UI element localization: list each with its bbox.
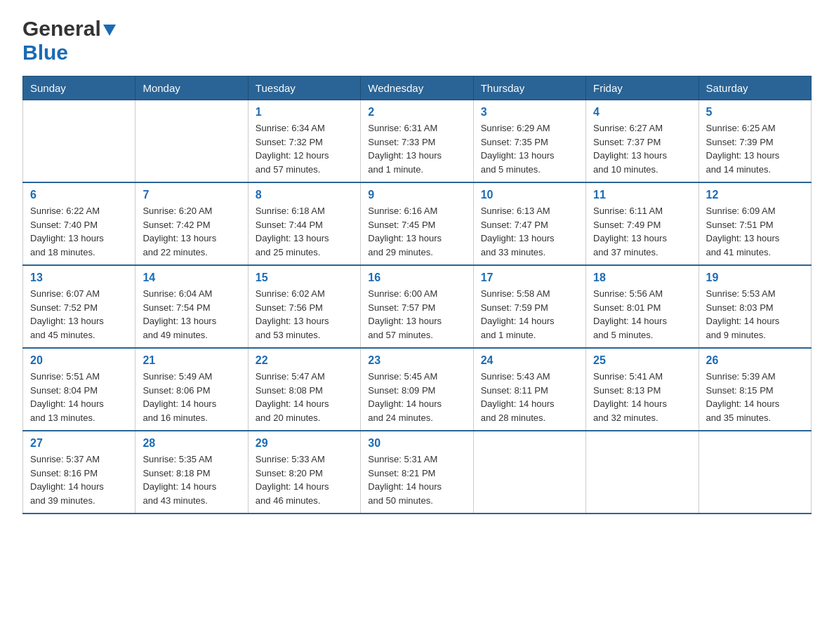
day-info: Sunrise: 5:56 AM Sunset: 8:01 PM Dayligh… [593, 287, 691, 342]
header-monday: Monday [135, 76, 248, 100]
day-number: 9 [368, 189, 465, 201]
day-number: 4 [593, 106, 691, 119]
calendar-table: SundayMondayTuesdayWednesdayThursdayFrid… [22, 76, 812, 514]
day-info: Sunrise: 6:00 AM Sunset: 7:57 PM Dayligh… [368, 287, 465, 342]
day-number: 22 [256, 354, 353, 367]
day-info: Sunrise: 6:34 AM Sunset: 7:32 PM Dayligh… [256, 121, 353, 176]
day-info: Sunrise: 5:47 AM Sunset: 8:08 PM Dayligh… [256, 370, 353, 424]
day-info: Sunrise: 5:53 AM Sunset: 8:03 PM Dayligh… [706, 287, 804, 342]
day-info: Sunrise: 6:29 AM Sunset: 7:35 PM Dayligh… [481, 121, 578, 176]
week-row-5: 27Sunrise: 5:37 AM Sunset: 8:16 PM Dayli… [23, 431, 812, 514]
calendar-cell [135, 100, 248, 183]
calendar-cell: 8Sunrise: 6:18 AM Sunset: 7:44 PM Daylig… [248, 182, 360, 265]
calendar-cell: 11Sunrise: 6:11 AM Sunset: 7:49 PM Dayli… [586, 182, 699, 265]
calendar-cell: 5Sunrise: 6:25 AM Sunset: 7:39 PM Daylig… [699, 100, 811, 183]
calendar-header-row: SundayMondayTuesdayWednesdayThursdayFrid… [23, 76, 812, 100]
header-sunday: Sunday [23, 76, 135, 100]
calendar-cell: 18Sunrise: 5:56 AM Sunset: 8:01 PM Dayli… [586, 265, 699, 348]
calendar-cell [473, 431, 585, 514]
calendar-cell: 2Sunrise: 6:31 AM Sunset: 7:33 PM Daylig… [361, 100, 473, 183]
day-number: 28 [143, 437, 240, 450]
day-info: Sunrise: 6:02 AM Sunset: 7:56 PM Dayligh… [256, 287, 353, 342]
day-number: 29 [256, 437, 353, 450]
week-row-1: 1Sunrise: 6:34 AM Sunset: 7:32 PM Daylig… [23, 100, 812, 183]
day-info: Sunrise: 6:27 AM Sunset: 7:37 PM Dayligh… [593, 121, 691, 176]
day-number: 25 [593, 354, 691, 367]
day-number: 1 [256, 106, 353, 119]
calendar-cell: 3Sunrise: 6:29 AM Sunset: 7:35 PM Daylig… [473, 100, 585, 183]
header-friday: Friday [586, 76, 699, 100]
calendar-cell: 25Sunrise: 5:41 AM Sunset: 8:13 PM Dayli… [586, 348, 699, 431]
calendar-cell: 10Sunrise: 6:13 AM Sunset: 7:47 PM Dayli… [473, 182, 585, 265]
day-info: Sunrise: 6:07 AM Sunset: 7:52 PM Dayligh… [30, 287, 128, 342]
day-info: Sunrise: 6:25 AM Sunset: 7:39 PM Dayligh… [706, 121, 804, 176]
calendar-cell: 9Sunrise: 6:16 AM Sunset: 7:45 PM Daylig… [361, 182, 473, 265]
logo: General Blue [22, 17, 116, 65]
day-number: 23 [368, 354, 465, 367]
day-info: Sunrise: 5:33 AM Sunset: 8:20 PM Dayligh… [256, 452, 353, 507]
header-saturday: Saturday [699, 76, 811, 100]
header-thursday: Thursday [473, 76, 585, 100]
calendar-cell: 27Sunrise: 5:37 AM Sunset: 8:16 PM Dayli… [23, 431, 135, 514]
day-number: 21 [143, 354, 240, 367]
calendar-cell: 21Sunrise: 5:49 AM Sunset: 8:06 PM Dayli… [135, 348, 248, 431]
day-number: 19 [706, 271, 804, 284]
calendar-cell [586, 431, 699, 514]
calendar-cell: 23Sunrise: 5:45 AM Sunset: 8:09 PM Dayli… [361, 348, 473, 431]
day-info: Sunrise: 5:31 AM Sunset: 8:21 PM Dayligh… [368, 452, 465, 507]
day-number: 30 [368, 437, 465, 450]
calendar-cell: 7Sunrise: 6:20 AM Sunset: 7:42 PM Daylig… [135, 182, 248, 265]
day-number: 26 [706, 354, 804, 367]
day-number: 27 [30, 437, 128, 450]
calendar-cell: 15Sunrise: 6:02 AM Sunset: 7:56 PM Dayli… [248, 265, 360, 348]
day-info: Sunrise: 5:51 AM Sunset: 8:04 PM Dayligh… [30, 370, 128, 424]
calendar-cell: 20Sunrise: 5:51 AM Sunset: 8:04 PM Dayli… [23, 348, 135, 431]
day-info: Sunrise: 5:49 AM Sunset: 8:06 PM Dayligh… [143, 370, 240, 424]
day-info: Sunrise: 5:39 AM Sunset: 8:15 PM Dayligh… [706, 370, 804, 424]
day-number: 16 [368, 271, 465, 284]
day-info: Sunrise: 6:16 AM Sunset: 7:45 PM Dayligh… [368, 204, 465, 259]
calendar-cell [699, 431, 811, 514]
calendar-cell: 30Sunrise: 5:31 AM Sunset: 8:21 PM Dayli… [361, 431, 473, 514]
calendar-cell: 24Sunrise: 5:43 AM Sunset: 8:11 PM Dayli… [473, 348, 585, 431]
day-number: 6 [30, 189, 128, 201]
calendar-cell: 19Sunrise: 5:53 AM Sunset: 8:03 PM Dayli… [699, 265, 811, 348]
day-number: 11 [593, 189, 691, 201]
day-number: 14 [143, 271, 240, 284]
calendar-cell: 6Sunrise: 6:22 AM Sunset: 7:40 PM Daylig… [23, 182, 135, 265]
calendar-cell: 14Sunrise: 6:04 AM Sunset: 7:54 PM Dayli… [135, 265, 248, 348]
page-header: General Blue [22, 17, 812, 65]
day-number: 5 [706, 106, 804, 119]
day-info: Sunrise: 5:41 AM Sunset: 8:13 PM Dayligh… [593, 370, 691, 424]
day-number: 24 [481, 354, 578, 367]
logo-blue-text: Blue [22, 41, 68, 64]
day-number: 3 [481, 106, 578, 119]
day-info: Sunrise: 6:09 AM Sunset: 7:51 PM Dayligh… [706, 204, 804, 259]
calendar-cell: 22Sunrise: 5:47 AM Sunset: 8:08 PM Dayli… [248, 348, 360, 431]
day-number: 2 [368, 106, 465, 119]
calendar-cell: 26Sunrise: 5:39 AM Sunset: 8:15 PM Dayli… [699, 348, 811, 431]
day-info: Sunrise: 6:18 AM Sunset: 7:44 PM Dayligh… [256, 204, 353, 259]
day-number: 17 [481, 271, 578, 284]
header-wednesday: Wednesday [361, 76, 473, 100]
calendar-cell: 1Sunrise: 6:34 AM Sunset: 7:32 PM Daylig… [248, 100, 360, 183]
day-info: Sunrise: 6:31 AM Sunset: 7:33 PM Dayligh… [368, 121, 465, 176]
day-number: 7 [143, 189, 240, 201]
logo-arrow-icon [103, 25, 116, 36]
day-number: 13 [30, 271, 128, 284]
day-info: Sunrise: 6:04 AM Sunset: 7:54 PM Dayligh… [143, 287, 240, 342]
calendar-cell: 4Sunrise: 6:27 AM Sunset: 7:37 PM Daylig… [586, 100, 699, 183]
day-number: 20 [30, 354, 128, 367]
day-info: Sunrise: 5:37 AM Sunset: 8:16 PM Dayligh… [30, 452, 128, 507]
day-number: 10 [481, 189, 578, 201]
calendar-cell: 13Sunrise: 6:07 AM Sunset: 7:52 PM Dayli… [23, 265, 135, 348]
day-number: 8 [256, 189, 353, 201]
day-info: Sunrise: 5:43 AM Sunset: 8:11 PM Dayligh… [481, 370, 578, 424]
calendar-cell: 28Sunrise: 5:35 AM Sunset: 8:18 PM Dayli… [135, 431, 248, 514]
calendar-cell [23, 100, 135, 183]
day-info: Sunrise: 6:11 AM Sunset: 7:49 PM Dayligh… [593, 204, 691, 259]
week-row-3: 13Sunrise: 6:07 AM Sunset: 7:52 PM Dayli… [23, 265, 812, 348]
header-tuesday: Tuesday [248, 76, 360, 100]
day-info: Sunrise: 6:20 AM Sunset: 7:42 PM Dayligh… [143, 204, 240, 259]
day-info: Sunrise: 6:22 AM Sunset: 7:40 PM Dayligh… [30, 204, 128, 259]
